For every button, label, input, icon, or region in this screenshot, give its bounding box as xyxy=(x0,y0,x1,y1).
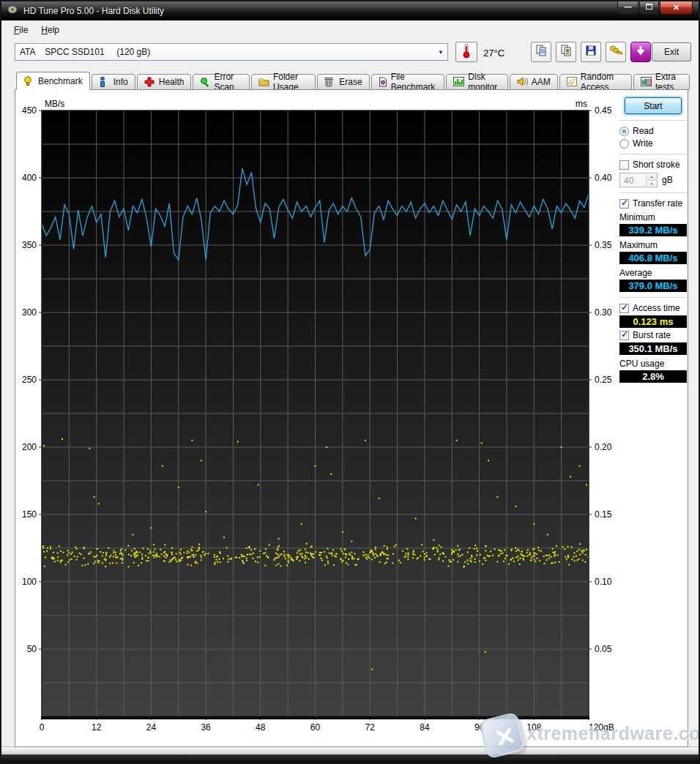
chevron-down-icon: ▼ xyxy=(434,49,447,56)
spinner-arrows-icon[interactable]: ▲▼ xyxy=(646,173,657,187)
tab-random-access[interactable]: Random Access xyxy=(559,74,632,90)
checkbox-checked-icon xyxy=(619,304,629,313)
cpu-usage-label: CPU usage xyxy=(619,359,687,369)
tab-extra-tests[interactable]: Extra tests xyxy=(633,74,690,90)
tab-disk-monitor[interactable]: Disk monitor xyxy=(446,74,507,90)
tab-health[interactable]: Health xyxy=(137,74,192,90)
svg-text:MB/s: MB/s xyxy=(45,99,64,109)
tab-file-benchmark[interactable]: File Benchmark xyxy=(371,74,445,90)
average-label: Average xyxy=(619,268,687,278)
start-button[interactable]: Start xyxy=(625,97,682,114)
tab-folder-usage[interactable]: Folder Usage xyxy=(251,74,316,90)
svg-text:108: 108 xyxy=(526,722,541,733)
app-window: HD Tune Pro 5.00 - Hard Disk Utility — ✕… xyxy=(0,0,700,764)
access-time-checkbox[interactable]: Access time xyxy=(619,303,687,313)
checkbox-checked-icon xyxy=(619,199,629,209)
benchmark-icon xyxy=(23,76,34,86)
tab-info[interactable]: Info xyxy=(92,74,135,90)
download-icon xyxy=(636,45,646,59)
thermometer-icon xyxy=(462,42,471,61)
svg-text:0.05: 0.05 xyxy=(595,644,612,654)
copy-text-button[interactable] xyxy=(531,42,551,62)
svg-text:200: 200 xyxy=(22,442,37,452)
svg-text:120gB: 120gB xyxy=(589,722,614,733)
svg-text:0.15: 0.15 xyxy=(595,509,612,520)
minimize-icon: — xyxy=(625,3,632,11)
tab-erase[interactable]: Erase xyxy=(317,74,369,90)
svg-text:0.30: 0.30 xyxy=(595,307,612,318)
transfer-rate-label: Transfer rate xyxy=(633,198,682,209)
minimize-button[interactable]: — xyxy=(617,1,638,15)
short-stroke-checkbox[interactable]: Short stroke xyxy=(619,160,687,170)
access-time-label: Access time xyxy=(633,303,680,313)
svg-text:100: 100 xyxy=(22,577,37,587)
options-button[interactable] xyxy=(606,42,626,62)
drive-select[interactable]: ATA SPCC SSD101 (120 gB) ▼ xyxy=(15,43,448,61)
cpu-usage-value: 2.8% xyxy=(619,370,687,383)
svg-text:0.25: 0.25 xyxy=(595,375,612,385)
exit-button[interactable]: Exit xyxy=(652,42,691,61)
transfer-rate-checkbox[interactable]: Transfer rate xyxy=(619,198,687,209)
temperature-value: 27°C xyxy=(483,48,504,59)
toolbar: ATA SPCC SSD101 (120 gB) ▼ 27°C Exit xyxy=(1,38,699,68)
svg-text:400: 400 xyxy=(22,173,37,183)
tab-aam[interactable]: AAM xyxy=(510,74,558,90)
extra-tests-icon xyxy=(641,77,652,87)
drive-select-value: ATA SPCC SSD101 (120 gB) xyxy=(15,47,434,57)
minimum-value: 339.2 MB/s xyxy=(619,224,687,236)
close-icon: ✕ xyxy=(673,3,679,12)
disk-monitor-icon xyxy=(453,77,464,87)
write-radio[interactable]: Write xyxy=(619,138,687,149)
save-button[interactable] xyxy=(581,42,601,62)
tab-strip: BenchmarkInfoHealthError ScanFolder Usag… xyxy=(16,72,691,90)
svg-text:0.20: 0.20 xyxy=(595,442,612,452)
svg-text:150: 150 xyxy=(22,509,37,520)
burst-rate-label: Burst rate xyxy=(633,330,671,340)
menu-help[interactable]: Help xyxy=(34,23,66,37)
divider xyxy=(619,192,687,193)
checkbox-icon xyxy=(619,160,629,170)
tab-benchmark[interactable]: Benchmark xyxy=(16,72,90,90)
radio-icon xyxy=(619,139,629,149)
options-icon xyxy=(609,45,622,59)
tab-label: AAM xyxy=(532,77,551,87)
capacity-spinner[interactable]: 40 ▲▼ xyxy=(619,173,658,187)
temperature-button[interactable] xyxy=(455,42,477,62)
error-scan-icon xyxy=(200,77,210,87)
close-button[interactable]: ✕ xyxy=(660,1,693,15)
maximize-button[interactable] xyxy=(639,1,659,15)
screenshot-button[interactable] xyxy=(630,42,651,62)
svg-text:0.10: 0.10 xyxy=(595,577,612,587)
burst-rate-checkbox[interactable]: Burst rate xyxy=(619,330,687,340)
svg-text:350: 350 xyxy=(22,240,37,250)
short-stroke-capacity: 40 ▲▼ gB xyxy=(619,173,687,187)
tab-label: Info xyxy=(113,77,128,87)
window-title: HD Tune Pro 5.00 - Hard Disk Utility xyxy=(23,6,164,16)
svg-text:0.40: 0.40 xyxy=(595,173,612,183)
tab-label: Erase xyxy=(339,77,362,87)
average-value: 379.0 MB/s xyxy=(619,280,687,292)
erase-icon xyxy=(324,77,335,87)
divider xyxy=(619,154,687,154)
tab-error-scan[interactable]: Error Scan xyxy=(193,74,249,90)
svg-text:ms: ms xyxy=(576,99,587,109)
capacity-value: 40 xyxy=(620,173,646,187)
read-radio[interactable]: Read xyxy=(619,126,687,136)
menu-file[interactable]: File xyxy=(7,23,34,37)
maximum-label: Maximum xyxy=(619,240,687,250)
copy-icon xyxy=(535,45,547,59)
svg-text:48: 48 xyxy=(256,722,266,733)
svg-text:36: 36 xyxy=(201,722,211,733)
folder-usage-icon xyxy=(258,77,269,87)
svg-text:0.35: 0.35 xyxy=(595,240,612,250)
minimum-label: Minimum xyxy=(619,212,687,222)
read-radio-label: Read xyxy=(633,126,654,136)
svg-text:0: 0 xyxy=(40,722,45,733)
app-icon xyxy=(7,4,18,18)
copy-image-button[interactable] xyxy=(556,42,576,62)
capacity-unit: gB xyxy=(662,175,673,185)
checkbox-checked-icon xyxy=(619,331,629,340)
svg-text:72: 72 xyxy=(365,722,376,733)
svg-text:24: 24 xyxy=(146,722,157,733)
maximize-icon xyxy=(646,3,652,11)
